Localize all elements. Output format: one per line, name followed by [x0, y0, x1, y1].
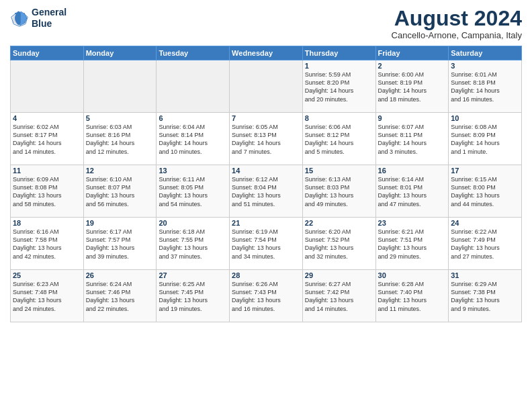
logo-text: General Blue: [32, 7, 66, 30]
day-number: 2: [378, 62, 447, 70]
logo-icon: [10, 9, 29, 28]
table-row: [157, 60, 230, 113]
day-info: Sunrise: 5:59 AMSunset: 8:20 PMDaylight:…: [305, 71, 373, 103]
table-row: 4Sunrise: 6:02 AMSunset: 8:17 PMDaylight…: [11, 113, 84, 165]
day-info: Sunrise: 6:28 AMSunset: 7:40 PMDaylight:…: [378, 280, 447, 313]
table-row: 19Sunrise: 6:17 AMSunset: 7:57 PMDayligh…: [83, 218, 157, 270]
table-row: 18Sunrise: 6:16 AMSunset: 7:58 PMDayligh…: [11, 218, 84, 270]
calendar-week-1: 1Sunrise: 5:59 AMSunset: 8:20 PMDaylight…: [11, 60, 522, 113]
day-number: 5: [86, 114, 154, 122]
day-number: 30: [378, 271, 447, 279]
day-info: Sunrise: 6:22 AMSunset: 7:49 PMDaylight:…: [451, 228, 519, 261]
col-wednesday: Wednesday: [230, 46, 303, 60]
day-info: Sunrise: 6:10 AMSunset: 8:07 PMDaylight:…: [86, 175, 154, 208]
table-row: 1Sunrise: 5:59 AMSunset: 8:20 PMDaylight…: [302, 60, 375, 113]
table-row: 13Sunrise: 6:11 AMSunset: 8:05 PMDayligh…: [157, 165, 230, 218]
day-info: Sunrise: 6:12 AMSunset: 8:04 PMDaylight:…: [232, 175, 300, 208]
calendar-week-4: 18Sunrise: 6:16 AMSunset: 7:58 PMDayligh…: [11, 218, 522, 270]
day-number: 26: [86, 271, 154, 279]
calendar: Sunday Monday Tuesday Wednesday Thursday…: [10, 46, 522, 322]
table-row: 7Sunrise: 6:05 AMSunset: 8:13 PMDaylight…: [230, 113, 303, 165]
table-row: 8Sunrise: 6:06 AMSunset: 8:12 PMDaylight…: [302, 113, 375, 165]
day-info: Sunrise: 6:29 AMSunset: 7:38 PMDaylight:…: [451, 280, 519, 313]
day-info: Sunrise: 6:01 AMSunset: 8:18 PMDaylight:…: [451, 71, 519, 103]
col-saturday: Saturday: [449, 46, 522, 60]
day-number: 17: [451, 167, 519, 175]
col-sunday: Sunday: [11, 46, 84, 60]
table-row: [230, 60, 303, 113]
calendar-header-row: Sunday Monday Tuesday Wednesday Thursday…: [11, 46, 522, 60]
day-number: 10: [451, 114, 519, 122]
day-number: 18: [13, 219, 81, 227]
day-number: 11: [13, 167, 81, 175]
day-number: 16: [378, 167, 447, 175]
table-row: 23Sunrise: 6:21 AMSunset: 7:51 PMDayligh…: [375, 218, 449, 270]
location: Cancello-Arnone, Campania, Italy: [392, 30, 522, 40]
table-row: 2Sunrise: 6:00 AMSunset: 8:19 PMDaylight…: [375, 60, 449, 113]
day-number: 31: [451, 271, 519, 279]
day-number: 13: [159, 167, 227, 175]
day-info: Sunrise: 6:17 AMSunset: 7:57 PMDaylight:…: [86, 228, 154, 261]
table-row: 15Sunrise: 6:13 AMSunset: 8:03 PMDayligh…: [302, 165, 375, 218]
day-number: 22: [305, 219, 373, 227]
day-info: Sunrise: 6:14 AMSunset: 8:01 PMDaylight:…: [378, 175, 447, 208]
day-info: Sunrise: 6:13 AMSunset: 8:03 PMDaylight:…: [305, 175, 373, 208]
day-info: Sunrise: 6:00 AMSunset: 8:19 PMDaylight:…: [378, 71, 447, 103]
day-number: 21: [232, 219, 300, 227]
logo: General Blue: [10, 7, 66, 30]
table-row: 14Sunrise: 6:12 AMSunset: 8:04 PMDayligh…: [230, 165, 303, 218]
day-info: Sunrise: 6:07 AMSunset: 8:11 PMDaylight:…: [378, 123, 447, 156]
day-number: 14: [232, 167, 300, 175]
day-info: Sunrise: 6:25 AMSunset: 7:45 PMDaylight:…: [159, 280, 227, 313]
table-row: [83, 60, 157, 113]
col-monday: Monday: [83, 46, 157, 60]
calendar-week-5: 25Sunrise: 6:23 AMSunset: 7:48 PMDayligh…: [11, 270, 522, 322]
day-info: Sunrise: 6:23 AMSunset: 7:48 PMDaylight:…: [13, 280, 81, 313]
day-info: Sunrise: 6:05 AMSunset: 8:13 PMDaylight:…: [232, 123, 300, 156]
calendar-week-3: 11Sunrise: 6:09 AMSunset: 8:08 PMDayligh…: [11, 165, 522, 218]
table-row: [11, 60, 84, 113]
table-row: 20Sunrise: 6:18 AMSunset: 7:55 PMDayligh…: [157, 218, 230, 270]
day-info: Sunrise: 6:04 AMSunset: 8:14 PMDaylight:…: [159, 123, 227, 156]
page: General Blue August 2024 Cancello-Arnone…: [0, 0, 532, 411]
day-info: Sunrise: 6:16 AMSunset: 7:58 PMDaylight:…: [13, 228, 81, 261]
day-info: Sunrise: 6:11 AMSunset: 8:05 PMDaylight:…: [159, 175, 227, 208]
table-row: 28Sunrise: 6:26 AMSunset: 7:43 PMDayligh…: [230, 270, 303, 322]
table-row: 5Sunrise: 6:03 AMSunset: 8:16 PMDaylight…: [83, 113, 157, 165]
day-number: 12: [86, 167, 154, 175]
logo-line1: General: [32, 7, 66, 18]
table-row: 26Sunrise: 6:24 AMSunset: 7:46 PMDayligh…: [83, 270, 157, 322]
day-number: 24: [451, 219, 519, 227]
table-row: 31Sunrise: 6:29 AMSunset: 7:38 PMDayligh…: [449, 270, 522, 322]
table-row: 27Sunrise: 6:25 AMSunset: 7:45 PMDayligh…: [157, 270, 230, 322]
calendar-body: 1Sunrise: 5:59 AMSunset: 8:20 PMDaylight…: [11, 60, 522, 322]
table-row: 12Sunrise: 6:10 AMSunset: 8:07 PMDayligh…: [83, 165, 157, 218]
day-number: 20: [159, 219, 227, 227]
table-row: 17Sunrise: 6:15 AMSunset: 8:00 PMDayligh…: [449, 165, 522, 218]
col-thursday: Thursday: [302, 46, 375, 60]
header: General Blue August 2024 Cancello-Arnone…: [10, 7, 522, 40]
col-tuesday: Tuesday: [157, 46, 230, 60]
month-title: August 2024: [392, 7, 522, 30]
day-info: Sunrise: 6:20 AMSunset: 7:52 PMDaylight:…: [305, 228, 373, 261]
day-number: 23: [378, 219, 447, 227]
day-number: 29: [305, 271, 373, 279]
table-row: 25Sunrise: 6:23 AMSunset: 7:48 PMDayligh…: [11, 270, 84, 322]
day-info: Sunrise: 6:09 AMSunset: 8:08 PMDaylight:…: [13, 175, 81, 208]
table-row: 29Sunrise: 6:27 AMSunset: 7:42 PMDayligh…: [302, 270, 375, 322]
table-row: 3Sunrise: 6:01 AMSunset: 8:18 PMDaylight…: [449, 60, 522, 113]
day-info: Sunrise: 6:03 AMSunset: 8:16 PMDaylight:…: [86, 123, 154, 156]
calendar-week-2: 4Sunrise: 6:02 AMSunset: 8:17 PMDaylight…: [11, 113, 522, 165]
day-info: Sunrise: 6:18 AMSunset: 7:55 PMDaylight:…: [159, 228, 227, 261]
col-friday: Friday: [375, 46, 449, 60]
day-info: Sunrise: 6:08 AMSunset: 8:09 PMDaylight:…: [451, 123, 519, 156]
logo-line2: Blue: [32, 18, 66, 30]
day-number: 15: [305, 167, 373, 175]
table-row: 24Sunrise: 6:22 AMSunset: 7:49 PMDayligh…: [449, 218, 522, 270]
day-number: 3: [451, 62, 519, 70]
day-info: Sunrise: 6:19 AMSunset: 7:54 PMDaylight:…: [232, 228, 300, 261]
table-row: 10Sunrise: 6:08 AMSunset: 8:09 PMDayligh…: [449, 113, 522, 165]
table-row: 21Sunrise: 6:19 AMSunset: 7:54 PMDayligh…: [230, 218, 303, 270]
day-info: Sunrise: 6:27 AMSunset: 7:42 PMDaylight:…: [305, 280, 373, 313]
day-info: Sunrise: 6:21 AMSunset: 7:51 PMDaylight:…: [378, 228, 447, 261]
